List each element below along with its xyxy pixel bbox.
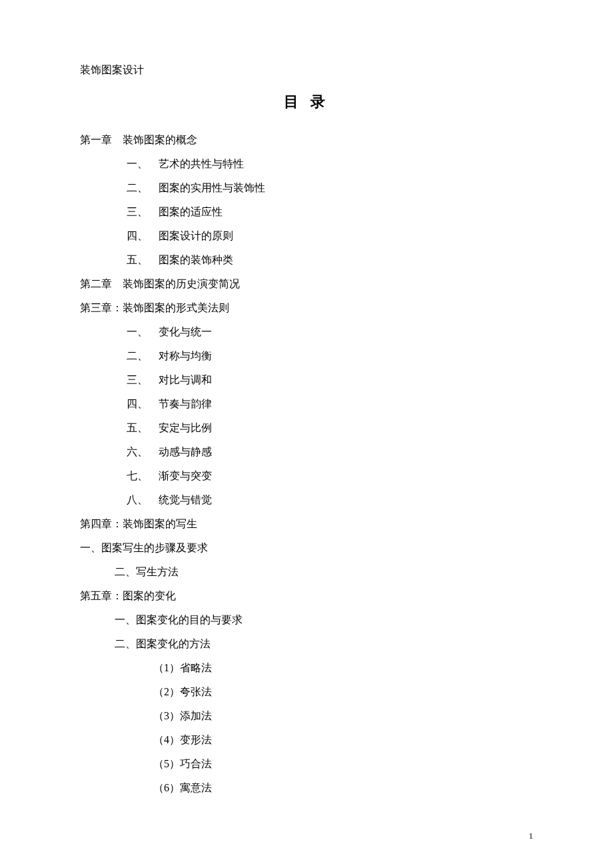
toc-line: 三、 对比与调和 bbox=[80, 368, 533, 392]
toc-line: 一、 变化与统一 bbox=[80, 320, 533, 344]
toc-line: 五、 安定与比例 bbox=[80, 416, 533, 440]
toc-heading: 目 录 bbox=[80, 92, 533, 112]
toc-line: 四、 节奏与韵律 bbox=[80, 392, 533, 416]
toc-line: 二、 图案的实用性与装饰性 bbox=[80, 176, 533, 200]
toc-line: 四、 图案设计的原则 bbox=[80, 224, 533, 248]
toc-line: （2）夸张法 bbox=[80, 680, 533, 704]
toc-line: 第一章 装饰图案的概念 bbox=[80, 128, 533, 152]
document-page: 装饰图案设计 目 录 第一章 装饰图案的概念一、 艺术的共性与特性二、 图案的实… bbox=[0, 0, 613, 868]
document-title: 装饰图案设计 bbox=[80, 63, 533, 77]
toc-line: 六、 动感与静感 bbox=[80, 440, 533, 464]
toc-line: （3）添加法 bbox=[80, 704, 533, 728]
toc-body: 第一章 装饰图案的概念一、 艺术的共性与特性二、 图案的实用性与装饰性三、 图案… bbox=[80, 128, 533, 800]
toc-line: （5）巧合法 bbox=[80, 752, 533, 776]
toc-line: 第二章 装饰图案的历史演变简况 bbox=[80, 272, 533, 296]
toc-line: 第三章：装饰图案的形式美法则 bbox=[80, 296, 533, 320]
toc-line: 五、 图案的装饰种类 bbox=[80, 248, 533, 272]
toc-line: （4）变形法 bbox=[80, 728, 533, 752]
toc-line: 二、 对称与均衡 bbox=[80, 344, 533, 368]
toc-line: 八、 统觉与错觉 bbox=[80, 488, 533, 512]
toc-line: （1）省略法 bbox=[80, 656, 533, 680]
toc-line: 一、 艺术的共性与特性 bbox=[80, 152, 533, 176]
toc-line: 二、写生方法 bbox=[80, 560, 533, 584]
toc-line: 七、 渐变与突变 bbox=[80, 464, 533, 488]
toc-line: 一、图案写生的步骤及要求 bbox=[80, 536, 533, 560]
toc-line: 三、 图案的适应性 bbox=[80, 200, 533, 224]
page-number: 1 bbox=[529, 831, 534, 841]
toc-line: 第五章：图案的变化 bbox=[80, 584, 533, 608]
toc-line: 二、图案变化的方法 bbox=[80, 632, 533, 656]
toc-line: 一、图案变化的目的与要求 bbox=[80, 608, 533, 632]
toc-line: 第四章：装饰图案的写生 bbox=[80, 512, 533, 536]
toc-line: （6）寓意法 bbox=[80, 776, 533, 800]
